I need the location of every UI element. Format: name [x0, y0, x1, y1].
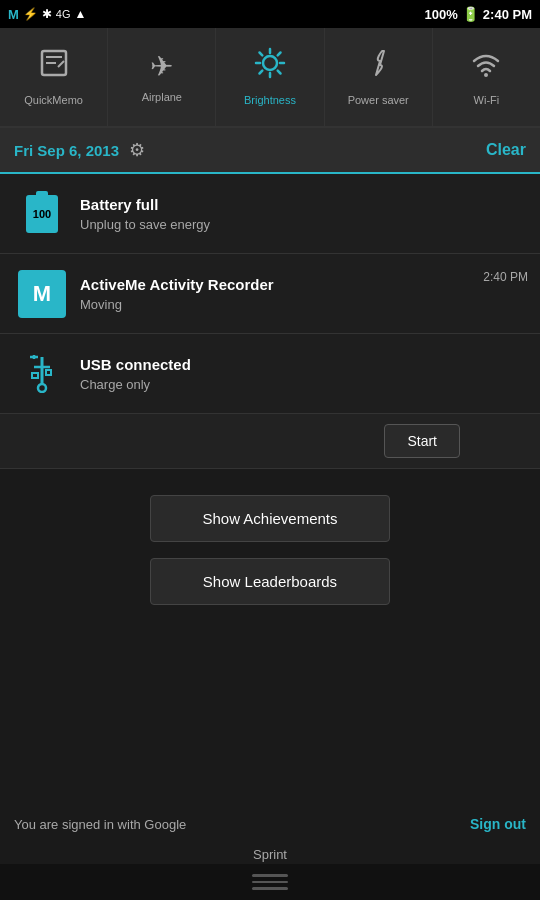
usb-status-icon: ⚡ — [23, 7, 38, 21]
battery-notif-subtitle: Unplug to save energy — [80, 217, 528, 232]
qs-quickmemo-label: QuickMemo — [24, 94, 83, 107]
svg-line-10 — [278, 71, 281, 74]
notifications-list: 100 Battery full Unplug to save energy M… — [0, 174, 540, 414]
wifi-icon — [470, 47, 502, 86]
battery-notif-icon-wrap: 100 — [12, 195, 72, 233]
clear-notifications-button[interactable]: Clear — [486, 141, 526, 159]
qs-powersaver[interactable]: Power saver — [325, 28, 433, 126]
signout-button[interactable]: Sign out — [470, 816, 526, 832]
signal-icon: ▲ — [75, 7, 87, 21]
svg-point-18 — [38, 384, 46, 392]
qs-quickmemo[interactable]: QuickMemo — [0, 28, 108, 126]
activeme-notif-time: 2:40 PM — [483, 268, 528, 284]
usb-notif-icon-wrap — [12, 355, 72, 393]
status-bar: M ⚡ ✱ 4G ▲ 100% 🔋 2:40 PM — [0, 0, 540, 28]
usb-notif-title: USB connected — [80, 356, 528, 373]
svg-point-13 — [484, 73, 488, 77]
nav-line-2 — [252, 881, 288, 884]
nav-line-1 — [252, 874, 288, 877]
date-left-section: Fri Sep 6, 2013 ⚙ — [14, 139, 145, 161]
powersaver-icon — [362, 47, 394, 86]
status-right: 100% 🔋 2:40 PM — [425, 6, 532, 22]
svg-rect-16 — [32, 373, 38, 378]
date-display: Fri Sep 6, 2013 — [14, 142, 119, 159]
nav-line-3 — [252, 887, 288, 890]
qs-powersaver-label: Power saver — [348, 94, 409, 107]
page-wrapper: M ⚡ ✱ 4G ▲ 100% 🔋 2:40 PM QuickMemo — [0, 0, 540, 900]
activeme-notif-subtitle: Moving — [80, 297, 483, 312]
settings-gear-icon[interactable]: ⚙ — [129, 139, 145, 161]
signin-text: You are signed in with Google — [14, 817, 186, 832]
activeme-notif-content: ActiveMe Activity Recorder Moving — [72, 276, 483, 312]
sprint-label: Sprint — [253, 847, 287, 862]
notification-usb[interactable]: USB connected Charge only — [0, 334, 540, 414]
date-bar: Fri Sep 6, 2013 ⚙ Clear — [0, 128, 540, 174]
svg-rect-17 — [46, 370, 51, 375]
show-leaderboards-button[interactable]: Show Leaderboards — [150, 558, 390, 605]
show-achievements-button[interactable]: Show Achievements — [150, 495, 390, 542]
start-button-row: Start — [0, 414, 540, 469]
bluetooth-icon: ✱ — [42, 7, 52, 21]
qs-wifi-label: Wi-Fi — [474, 94, 500, 107]
status-left-icons: M ⚡ ✱ 4G ▲ — [8, 7, 86, 22]
activeme-notif-title: ActiveMe Activity Recorder — [80, 276, 483, 293]
svg-line-9 — [260, 52, 263, 55]
battery-full-icon: 100 — [26, 195, 58, 233]
svg-line-12 — [260, 71, 263, 74]
nav-bar — [0, 864, 540, 900]
battery-notif-title: Battery full — [80, 196, 528, 213]
activeme-notif-icon-wrap: M — [12, 270, 72, 318]
qs-wifi[interactable]: Wi-Fi — [433, 28, 540, 126]
qs-brightness-label: Brightness — [244, 94, 296, 107]
signin-bar: You are signed in with Google Sign out — [0, 806, 540, 842]
airplane-icon: ✈ — [150, 50, 173, 83]
qs-brightness[interactable]: Brightness — [216, 28, 324, 126]
usb-notif-icon — [26, 355, 58, 393]
brightness-icon — [254, 47, 286, 86]
qs-airplane-label: Airplane — [142, 91, 182, 104]
show-achievements-container: Show Achievements — [0, 469, 540, 542]
notification-battery[interactable]: 100 Battery full Unplug to save energy — [0, 174, 540, 254]
svg-line-11 — [278, 52, 281, 55]
quick-settings-bar: QuickMemo ✈ Airplane — [0, 28, 540, 128]
usb-notif-content: USB connected Charge only — [72, 356, 528, 392]
time-display: 2:40 PM — [483, 7, 532, 22]
notification-activeme[interactable]: M ActiveMe Activity Recorder Moving 2:40… — [0, 254, 540, 334]
game-content-area: Start Show Achievements Show Leaderboard… — [0, 414, 540, 900]
qs-airplane[interactable]: ✈ Airplane — [108, 28, 216, 126]
battery-notif-content: Battery full Unplug to save energy — [72, 196, 528, 232]
battery-percent: 100% — [425, 7, 458, 22]
network-type-icon: 4G — [56, 8, 71, 20]
nav-lines-icon — [252, 874, 288, 890]
svg-line-3 — [58, 61, 64, 67]
usb-notif-subtitle: Charge only — [80, 377, 528, 392]
quickmemo-icon — [38, 47, 70, 86]
carrier-icon: M — [8, 7, 19, 22]
battery-icon: 🔋 — [462, 6, 479, 22]
svg-point-4 — [263, 56, 277, 70]
start-button[interactable]: Start — [384, 424, 460, 458]
show-leaderboards-container: Show Leaderboards — [0, 542, 540, 605]
activeme-m-icon: M — [33, 281, 51, 307]
